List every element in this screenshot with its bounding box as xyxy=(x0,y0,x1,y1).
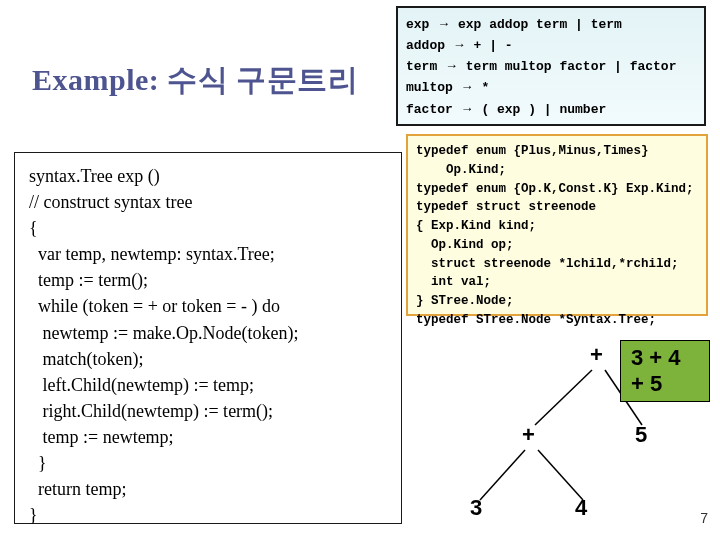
typedef-box: typedef enum {Plus,Minus,Times} Op.Kind;… xyxy=(406,134,708,316)
svg-line-3 xyxy=(538,450,583,500)
page-number: 7 xyxy=(700,510,708,526)
grammar-box: exp → exp addop term | term addop → + | … xyxy=(396,6,706,126)
arrow-icon: → xyxy=(453,37,466,52)
tree-node-lr: 4 xyxy=(575,495,587,521)
tree-node-ll: 3 xyxy=(470,495,482,521)
arrow-icon: → xyxy=(461,79,474,94)
syntax-tree: + + 5 3 4 3 + 4 + 5 xyxy=(420,330,710,530)
svg-line-2 xyxy=(480,450,525,500)
arrow-icon: → xyxy=(437,16,450,31)
grammar-line-1b: exp addop term | term xyxy=(450,17,622,32)
grammar-line-3b: term multop factor | factor xyxy=(458,59,676,74)
arrow-icon: → xyxy=(461,101,474,116)
expression-label: 3 + 4 + 5 xyxy=(620,340,710,402)
tree-node-left: + xyxy=(522,422,535,448)
grammar-line-2b: + | - xyxy=(466,38,513,53)
grammar-line-1a: exp xyxy=(406,17,437,32)
grammar-line-5a: factor xyxy=(406,102,461,117)
tree-node-root: + xyxy=(590,342,603,368)
arrow-icon: → xyxy=(445,58,458,73)
pseudocode-box: syntax.Tree exp () // construct syntax t… xyxy=(14,152,402,524)
grammar-line-2a: addop xyxy=(406,38,453,53)
slide-title: Example: 수식 구문트리 xyxy=(32,60,358,101)
grammar-line-3a: term xyxy=(406,59,445,74)
grammar-line-4b: * xyxy=(474,80,490,95)
grammar-line-5b: ( exp ) | number xyxy=(474,102,607,117)
svg-line-0 xyxy=(535,370,592,425)
tree-node-right: 5 xyxy=(635,422,647,448)
grammar-line-4a: multop xyxy=(406,80,461,95)
